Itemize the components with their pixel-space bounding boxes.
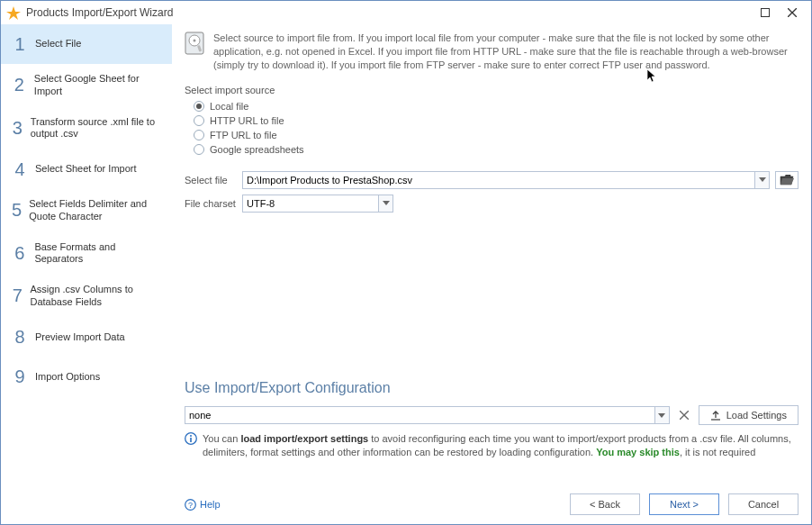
close-button[interactable] [779,4,806,22]
svg-rect-1 [762,9,770,17]
info-text: Select source to import file from. If yo… [213,32,798,72]
hdd-icon [185,32,204,72]
file-label: Select file [185,175,237,186]
radio-local-file[interactable]: Local file [194,101,798,112]
radio-icon [194,130,204,140]
svg-text:?: ? [188,501,193,510]
radio-ftp-url[interactable]: FTP URL to file [194,130,798,140]
radio-google-spreadsheets[interactable]: Google spreadsheets [194,144,798,155]
main-panel: Select source to import file from. If yo… [172,24,811,524]
back-button[interactable]: < Back [570,493,640,515]
step-select-file[interactable]: 1 Select File [1,24,172,64]
step-select-google-sheet[interactable]: 2 Select Google Sheet for Import [1,64,172,107]
wizard-window: Products Import/Export Wizard 1 Select F… [0,0,812,525]
charset-label: File charset [185,198,237,209]
step-select-delimiter[interactable]: 5 Select Fields Delimiter and Quote Char… [1,189,172,232]
radio-icon [194,144,204,155]
cancel-button[interactable]: Cancel [728,493,798,515]
svg-rect-13 [190,438,192,442]
next-button[interactable]: Next > [649,493,719,515]
config-tip: You can load import/export settings to a… [185,432,798,459]
file-dropdown-button[interactable] [755,171,770,189]
source-radio-group: Local file HTTP URL to file FTP URL to f… [194,101,798,158]
charset-dropdown-button[interactable] [379,195,393,213]
config-input[interactable] [185,406,655,424]
maximize-button[interactable] [752,4,779,22]
step-base-formats[interactable]: 6 Base Formats and Separators [1,232,172,276]
step-preview-data[interactable]: 8 Preview Import Data [1,318,172,358]
step-select-sheet[interactable]: 4 Select Sheet for Import [1,149,172,189]
radio-icon [194,101,204,112]
info-icon [185,432,197,459]
config-dropdown-button[interactable] [655,406,670,424]
help-link[interactable]: ? Help [185,499,221,511]
upload-icon [710,410,721,421]
app-icon [6,5,21,20]
step-import-options[interactable]: 9 Import Options [1,358,172,397]
help-icon: ? [185,499,196,511]
charset-input[interactable] [242,195,379,213]
load-settings-button[interactable]: Load Settings [699,405,798,425]
cursor-icon [647,69,658,84]
radio-icon [194,115,204,126]
steps-sidebar: 1 Select File 2 Select Google Sheet for … [1,24,172,524]
titlebar: Products Import/Export Wizard [1,1,811,24]
clear-config-button[interactable] [675,406,693,424]
step-assign-columns[interactable]: 7 Assign .csv Columns to Database Fields [1,275,172,318]
source-label: Select import source [185,85,798,95]
config-header: Use Import/Export Configuration [185,380,798,396]
browse-button[interactable] [775,171,798,189]
footer: ? Help < Back Next > Cancel [185,486,798,515]
svg-point-12 [190,435,192,437]
step-transform-source[interactable]: 3 Transform source .xml file to output .… [1,107,172,150]
svg-point-6 [194,40,196,42]
file-input[interactable] [242,171,755,189]
radio-http-url[interactable]: HTTP URL to file [194,115,798,126]
window-title: Products Import/Export Wizard [26,6,173,19]
svg-marker-0 [6,6,21,20]
